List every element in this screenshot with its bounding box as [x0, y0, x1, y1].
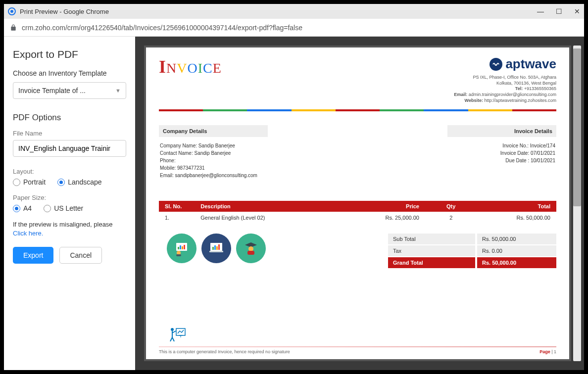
svg-line-18: [170, 337, 172, 341]
sidebar-heading: Export to PDF: [13, 48, 126, 60]
svg-rect-10: [214, 245, 216, 250]
col-qty: Qty: [425, 201, 477, 212]
col-sl: Sl. No.: [159, 201, 195, 212]
filename-label: File Name: [13, 130, 126, 137]
template-label: Choose an Inventory Template: [13, 69, 126, 77]
address-bar[interactable]: crm.zoho.com/crm/org41226540/tab/Invoice…: [4, 19, 584, 37]
maximize-button[interactable]: ☐: [556, 7, 562, 15]
svg-rect-6: [176, 254, 181, 256]
svg-rect-1: [178, 247, 179, 249]
svg-line-19: [172, 337, 174, 341]
brand-address: PS IXL, Phase-I, Office No. 503A, Atghar…: [454, 75, 556, 103]
close-button[interactable]: ✕: [574, 7, 580, 15]
paper-size-label: Paper Size:: [13, 194, 126, 201]
browser-window: Print Preview - Google Chrome — ☐ ✕ crm.…: [4, 4, 584, 370]
svg-rect-4: [184, 245, 185, 249]
col-total: Total: [477, 201, 556, 212]
pdf-preview-area: INVOICE aptwave PS IXL, Phase-I, Office …: [135, 37, 584, 370]
filename-input[interactable]: [13, 140, 126, 157]
svg-rect-15: [247, 251, 254, 255]
invoice-document: INVOICE aptwave PS IXL, Phase-I, Office …: [146, 47, 569, 359]
presenter-icon: [159, 321, 556, 346]
template-select[interactable]: Invoice Template of ... ▼: [13, 82, 126, 99]
pdf-options-heading: PDF Options: [13, 113, 126, 123]
radio-icon: [57, 179, 65, 186]
misaligned-help: If the preview is misaligned, please Cli…: [13, 220, 126, 238]
vertical-scrollbar[interactable]: [573, 46, 581, 361]
paper-a4-radio[interactable]: A4: [13, 204, 32, 212]
app-icon: [8, 7, 16, 15]
layout-portrait-radio[interactable]: Portrait: [13, 178, 46, 186]
page-indicator: Page | 1: [539, 349, 556, 354]
svg-rect-11: [216, 246, 218, 250]
radio-icon: [13, 205, 20, 212]
decorative-icons: [159, 234, 266, 263]
svg-rect-12: [218, 244, 220, 250]
url-text: crm.zoho.com/crm/org41226540/tab/Invoice…: [22, 24, 302, 32]
brand-logo-icon: [490, 58, 502, 71]
rainbow-divider: [159, 109, 556, 111]
brand-logo: aptwave: [454, 56, 556, 72]
col-desc: Description: [195, 201, 353, 212]
paper-usletter-radio[interactable]: US Letter: [44, 204, 83, 212]
layout-landscape-radio[interactable]: Landscape: [57, 178, 102, 186]
click-here-link[interactable]: Click here.: [13, 230, 43, 237]
minimize-button[interactable]: —: [537, 7, 544, 15]
tax-value: Rs. 0.00: [477, 245, 556, 256]
svg-rect-2: [180, 245, 181, 249]
table-row: 1. General English (Level 02) Rs. 25,000…: [159, 212, 556, 224]
chart-person-icon: [167, 234, 196, 263]
document-footer: This is a computer generated Invoice, he…: [159, 321, 556, 354]
footer-disclaimer: This is a computer generated Invoice, he…: [159, 349, 290, 354]
svg-point-14: [248, 246, 253, 251]
company-details: Company Details Company Name: Sandip Ban…: [159, 125, 268, 179]
line-items-table: Sl. No. Description Price Qty Total 1. G…: [159, 201, 556, 224]
grandtotal-value: Rs. 50,000.00: [477, 257, 556, 268]
template-value: Invoice Template of ...: [18, 87, 86, 94]
scrollbar-thumb[interactable]: [573, 48, 581, 206]
svg-rect-9: [212, 247, 214, 250]
chevron-down-icon: ▼: [115, 88, 121, 94]
graduate-icon: [236, 234, 266, 263]
svg-rect-8: [209, 251, 223, 252]
subtotal-value: Rs. 50,000.00: [477, 234, 556, 244]
cancel-button[interactable]: Cancel: [59, 247, 102, 264]
svg-line-20: [172, 331, 176, 333]
lock-icon: [10, 24, 17, 31]
export-button[interactable]: Export: [13, 247, 53, 264]
svg-point-5: [177, 251, 181, 255]
layout-label: Layout:: [13, 168, 126, 175]
tax-label: Tax: [388, 245, 475, 256]
grandtotal-label: Grand Total: [388, 257, 475, 268]
radio-icon: [44, 205, 51, 212]
window-title: Print Preview - Google Chrome: [20, 8, 109, 15]
totals-block: Sub Total Rs. 50,000.00 Tax Rs. 0.00 Gra…: [388, 234, 556, 268]
svg-rect-3: [182, 246, 183, 249]
col-price: Price: [353, 201, 425, 212]
invoice-details: Invoice Details Invoice No.: Invoice/174…: [447, 125, 556, 179]
subtotal-label: Sub Total: [388, 234, 475, 244]
invoice-title: INVOICE: [159, 56, 222, 77]
export-sidebar: Export to PDF Choose an Inventory Templa…: [4, 37, 135, 370]
brand-block: aptwave PS IXL, Phase-I, Office No. 503A…: [454, 56, 556, 103]
svg-point-16: [171, 328, 174, 331]
radio-icon: [13, 179, 20, 186]
laptop-chart-icon: [201, 234, 231, 263]
window-titlebar: Print Preview - Google Chrome — ☐ ✕: [4, 4, 584, 19]
